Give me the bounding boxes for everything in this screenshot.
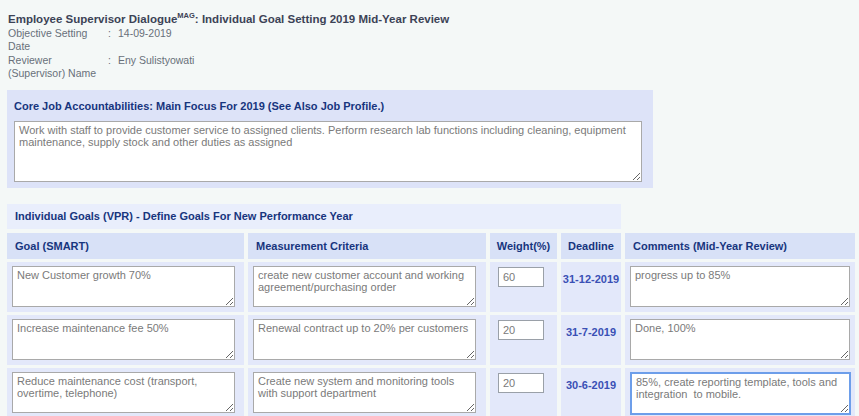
core-job-section-title: Core Job Accountabilities: Main Focus Fo… xyxy=(14,99,646,113)
column-header-weight: Weight(%) xyxy=(490,233,557,259)
comments-cell-row1: progress up to 85% xyxy=(625,262,855,312)
measurement-cell-row3: Create new system and monitoring tools w… xyxy=(248,368,486,416)
deadline-cell-row1: 31-12-2019 xyxy=(561,262,621,312)
comments-textarea-row2[interactable]: Done, 100% xyxy=(630,319,850,360)
weight-cell-row2 xyxy=(490,315,557,365)
comments-textarea-row1[interactable]: progress up to 85% xyxy=(630,266,850,307)
measurement-cell-row2: Renewal contract up to 20% per customers xyxy=(248,315,486,365)
reviewer-name-label: Reviewer (Supervisor) Name xyxy=(8,54,108,81)
deadline-cell-row2: 31-7-2019 xyxy=(561,315,621,365)
weight-input-row3[interactable] xyxy=(498,373,544,393)
column-header-deadline: Deadline xyxy=(561,233,621,259)
weight-input-row1[interactable] xyxy=(498,267,544,287)
objective-setting-date-label: Objective Setting Date xyxy=(8,27,108,54)
core-job-section: Core Job Accountabilities: Main Focus Fo… xyxy=(7,90,653,188)
column-header-goal: Goal (SMART) xyxy=(7,233,244,259)
deadline-cell-row3: 30-6-2019 xyxy=(561,368,621,416)
weight-cell-row3 xyxy=(490,368,557,416)
comments-textarea-row3-focused[interactable]: 85%, create reporting template, tools an… xyxy=(630,372,851,415)
goal-textarea-row2[interactable]: Increase maintenance fee 50% xyxy=(12,319,235,360)
column-header-measurement: Measurement Criteria xyxy=(248,233,486,259)
comments-cell-row2: Done, 100% xyxy=(625,315,855,365)
objective-setting-date-value: 14-09-2019 xyxy=(118,27,172,54)
individual-goals-section-title: Individual Goals (VPR) - Define Goals Fo… xyxy=(7,204,621,229)
column-header-comments: Comments (Mid-Year Review) xyxy=(625,233,855,259)
page-title-main: Employee Supervisor Dialogue xyxy=(8,13,177,25)
measurement-textarea-row3[interactable]: Create new system and monitoring tools w… xyxy=(253,372,476,413)
measurement-textarea-row2[interactable]: Renewal contract up to 20% per customers xyxy=(253,319,476,360)
colon-separator: : xyxy=(108,54,118,81)
reviewer-name-row: Reviewer (Supervisor) Name : Eny Sulisty… xyxy=(8,54,859,81)
weight-cell-row1 xyxy=(490,262,557,312)
page-title: Employee Supervisor DialogueMAG: Individ… xyxy=(8,8,859,27)
core-job-textarea[interactable]: Work with staff to provide customer serv… xyxy=(14,121,642,182)
measurement-textarea-row1[interactable]: create new customer account and working … xyxy=(253,266,476,307)
page-header: Employee Supervisor DialogueMAG: Individ… xyxy=(0,0,859,81)
measurement-cell-row1: create new customer account and working … xyxy=(248,262,486,312)
deadline-value-row3: 30-6-2019 xyxy=(566,379,616,391)
goal-cell-row1: New Customer growth 70% xyxy=(7,262,244,312)
goal-textarea-row3[interactable]: Reduce maintenance cost (transport, over… xyxy=(12,372,235,413)
colon-separator: : xyxy=(108,27,118,54)
goal-textarea-row1[interactable]: New Customer growth 70% xyxy=(12,266,235,307)
objective-setting-date-row: Objective Setting Date : 14-09-2019 xyxy=(8,27,859,54)
reviewer-name-value: Eny Sulistyowati xyxy=(118,54,194,81)
goal-cell-row3: Reduce maintenance cost (transport, over… xyxy=(7,368,244,416)
deadline-value-row1: 31-12-2019 xyxy=(563,273,619,285)
page-title-rest: : Individual Goal Setting 2019 Mid-Year … xyxy=(195,13,449,25)
deadline-value-row2: 31-7-2019 xyxy=(566,326,616,338)
weight-input-row2[interactable] xyxy=(498,320,544,340)
goals-table: Goal (SMART) Measurement Criteria Weight… xyxy=(7,233,855,416)
comments-cell-row3: 85%, create reporting template, tools an… xyxy=(625,368,855,416)
page-title-superscript: MAG xyxy=(177,11,195,20)
goal-cell-row2: Increase maintenance fee 50% xyxy=(7,315,244,365)
